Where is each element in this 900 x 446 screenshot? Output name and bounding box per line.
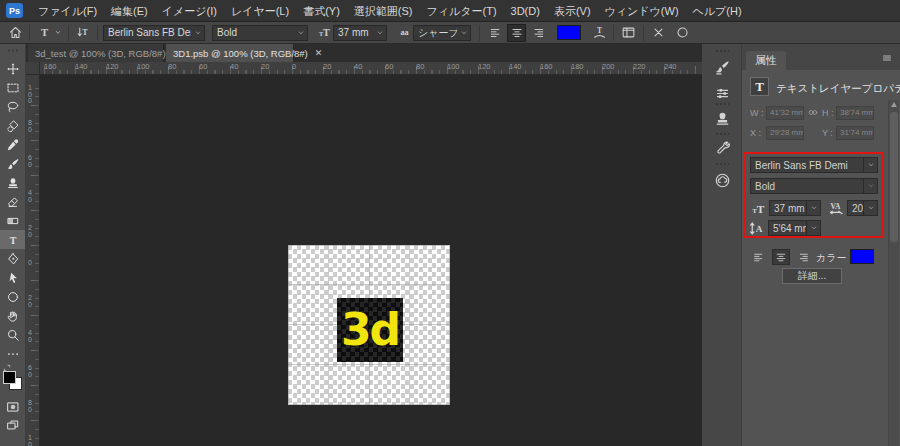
text-color-swatch[interactable]: [557, 25, 581, 40]
panels-icon[interactable]: [619, 24, 637, 42]
align-left-button[interactable]: [486, 24, 505, 42]
eraser-tool[interactable]: [0, 192, 25, 211]
rectangular-marquee-tool[interactable]: [0, 78, 25, 97]
font-style-select[interactable]: Bold: [212, 25, 308, 41]
text-layer[interactable]: 3d: [337, 298, 403, 362]
document-tab-2[interactable]: 3D1.psb @ 100% (3D, RGB/8#) ✕: [166, 44, 294, 62]
hand-tool[interactable]: [0, 306, 25, 325]
chevron-down-icon[interactable]: [373, 26, 386, 40]
chevron-down-icon[interactable]: [863, 158, 877, 172]
commit-icon[interactable]: [673, 24, 691, 42]
panel-scrollbar[interactable]: [888, 100, 899, 446]
close-icon[interactable]: ✕: [315, 48, 323, 58]
panel-font-style-select[interactable]: Bold: [750, 178, 878, 194]
panel-font-family-select[interactable]: Berlin Sans FB Demi: [750, 157, 878, 173]
move-tool[interactable]: [0, 59, 25, 78]
panel-tracking-select[interactable]: 20: [847, 200, 878, 216]
scrollbar-thumb[interactable]: [890, 112, 898, 242]
eyedropper-tool[interactable]: [0, 135, 25, 154]
menu-item-10[interactable]: ウィンドウ(W): [598, 0, 686, 22]
properties-icon[interactable]: [712, 83, 732, 103]
dock-drag-handle[interactable]: [715, 102, 729, 106]
path-selection-tool[interactable]: [0, 268, 25, 287]
leading-icon[interactable]: A: [748, 220, 765, 237]
home-icon[interactable]: [6, 24, 24, 42]
menu-item-4[interactable]: レイヤー(L): [224, 0, 296, 22]
tracking-icon[interactable]: VA: [827, 200, 844, 217]
align-center-button[interactable]: [507, 24, 526, 42]
tab-properties[interactable]: 属性: [746, 51, 786, 70]
chevron-down-icon[interactable]: [863, 179, 877, 193]
details-button[interactable]: 詳細...: [782, 268, 842, 284]
align-right-button[interactable]: [794, 249, 812, 265]
panel-leading-select[interactable]: 5'64 mm: [768, 220, 821, 236]
ellipse-tool[interactable]: [0, 287, 25, 306]
lasso-tool[interactable]: [0, 97, 25, 116]
cancel-icon[interactable]: [649, 24, 667, 42]
zoom-tool[interactable]: [0, 325, 25, 344]
text-orientation-icon[interactable]: T: [74, 24, 92, 42]
document-tab-bar: 3d_test @ 100% (3D, RGB/8#) * ✕ 3D1.psb …: [26, 44, 702, 62]
menu-item-1[interactable]: ファイル(F): [31, 0, 104, 22]
menu-item-11[interactable]: ヘルプ(H): [686, 0, 749, 22]
ruler-label: 160: [540, 63, 553, 71]
screen-mode-button[interactable]: [0, 416, 25, 435]
panel-menu-icon[interactable]: [880, 52, 894, 64]
clone-source-icon[interactable]: [712, 108, 732, 128]
menu-item-9[interactable]: 表示(V): [547, 0, 598, 22]
vertical-ruler[interactable]: 10080604020020406080100120: [26, 75, 40, 446]
warp-text-icon[interactable]: T: [590, 24, 608, 42]
panel-drag-handle[interactable]: [6, 48, 20, 53]
menu-item-2[interactable]: 編集(E): [104, 0, 155, 22]
chevron-down-icon[interactable]: [53, 24, 63, 42]
menu-item-6[interactable]: 選択範囲(S): [347, 0, 420, 22]
gradient-tool[interactable]: [0, 211, 25, 230]
chevron-down-icon[interactable]: [863, 201, 877, 215]
chevron-down-icon[interactable]: [806, 221, 820, 235]
align-left-button[interactable]: [750, 249, 768, 265]
creative-cloud-icon[interactable]: [712, 170, 732, 190]
quick-mask-button[interactable]: [0, 397, 25, 416]
tools-icon[interactable]: [712, 138, 732, 158]
type-tool[interactable]: T: [0, 230, 25, 249]
align-center-button[interactable]: [772, 249, 790, 265]
ruler-label: 20: [323, 63, 331, 71]
canvas-viewport[interactable]: 3d: [40, 75, 702, 446]
font-size-icon[interactable]: TT: [750, 200, 767, 217]
menu-item-3[interactable]: イメージ(I): [155, 0, 224, 22]
color-swatch[interactable]: [850, 249, 874, 264]
svg-text:A: A: [756, 224, 763, 234]
font-size-icon[interactable]: TT: [315, 24, 333, 42]
foreground-background-colors[interactable]: [0, 363, 25, 397]
swap-colors-icon[interactable]: [2, 363, 12, 371]
font-size-select[interactable]: 37 mm: [333, 25, 387, 41]
chevron-down-icon[interactable]: [457, 26, 470, 40]
dock-drag-handle[interactable]: [715, 132, 729, 136]
chevron-down-icon[interactable]: [294, 26, 307, 40]
menu-item-7[interactable]: フィルター(T): [419, 0, 503, 22]
chevron-down-icon[interactable]: [806, 201, 820, 215]
brush-tool[interactable]: [0, 154, 25, 173]
dock-drag-handle[interactable]: [715, 49, 729, 53]
pen-tool[interactable]: [0, 249, 25, 268]
menu-item-8[interactable]: 3D(D): [504, 0, 547, 22]
document-tab-1[interactable]: 3d_test @ 100% (3D, RGB/8#) * ✕: [28, 44, 164, 62]
panel-font-size-select[interactable]: 37 mm: [769, 200, 821, 216]
type-tool-icon[interactable]: T: [35, 24, 53, 42]
font-family-select[interactable]: Berlin Sans FB Demi: [103, 25, 205, 41]
edit-toolbar-button[interactable]: [0, 344, 25, 363]
anti-alias-select[interactable]: シャープ: [413, 25, 471, 41]
menu-item-5[interactable]: 書式(Y): [296, 0, 347, 22]
link-dimensions-icon[interactable]: [806, 106, 820, 119]
horizontal-ruler[interactable]: 1601401201008060402002040608010012014016…: [40, 62, 702, 75]
document-canvas[interactable]: 3d: [288, 245, 450, 405]
ruler-label: 120: [478, 63, 491, 71]
chevron-down-icon[interactable]: [191, 26, 204, 40]
brush-settings-icon[interactable]: [712, 57, 732, 77]
scroll-up-icon[interactable]: [891, 102, 897, 107]
dock-drag-handle[interactable]: [715, 162, 729, 166]
align-right-button[interactable]: [528, 24, 547, 42]
clone-stamp-tool[interactable]: [0, 173, 25, 192]
quick-selection-tool[interactable]: [0, 116, 25, 135]
foreground-color-chip[interactable]: [3, 371, 16, 384]
